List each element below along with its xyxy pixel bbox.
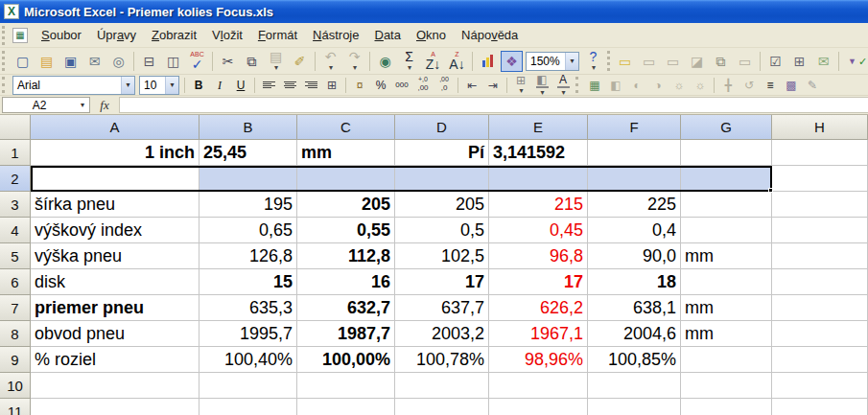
sort-ascending-button[interactable]: AZ↓ [422, 51, 444, 72]
cell-G2[interactable] [681, 166, 772, 192]
delete-comment-button[interactable]: ▭ [734, 51, 756, 72]
column-header-B[interactable]: B [199, 115, 297, 140]
line-style-button[interactable]: ≡ [761, 77, 780, 94]
next-comment-button[interactable]: ▭ [662, 51, 684, 72]
cell-A4[interactable]: výškový index [31, 218, 199, 243]
cell-A11[interactable] [31, 399, 199, 415]
align-center-button[interactable] [280, 77, 299, 94]
cell-A5[interactable]: výška pneu [31, 243, 199, 269]
toolbar-grip-handle[interactable] [607, 51, 610, 72]
insert-picture-button[interactable]: ▦ [585, 77, 604, 94]
cell-B5[interactable]: 126,8 [199, 243, 297, 269]
merge-and-center-button[interactable]: ⊞ [322, 77, 341, 94]
cell-B6[interactable]: 15 [199, 269, 297, 295]
insert-hyperlink-button[interactable]: ◉ [374, 51, 396, 72]
row-header-9[interactable]: 9 [0, 347, 31, 373]
cell-F3[interactable]: 225 [588, 192, 681, 218]
decrease-indent-button[interactable]: ⇤ [462, 77, 481, 94]
cell-F9[interactable]: 100,85% [588, 347, 681, 373]
help-button[interactable]: ?▾ [582, 51, 604, 72]
formatting-toolbar-grip-handle[interactable] [2, 77, 8, 93]
cell-G6[interactable] [681, 269, 772, 295]
font-size-combo[interactable]: 10▾ [139, 76, 179, 95]
cell-D2[interactable] [395, 166, 489, 192]
menu-item-nastroje[interactable]: Nástroje [305, 24, 366, 46]
column-header-E[interactable]: E [489, 115, 588, 140]
row-header-11[interactable]: 11 [0, 399, 31, 415]
spelling-button[interactable]: ABC✓ [186, 51, 208, 72]
cell-B4[interactable]: 0,65 [199, 218, 297, 243]
paste-button[interactable]: ▤▾ [265, 51, 287, 72]
menu-item-data[interactable]: Data [367, 24, 409, 46]
cell-F1[interactable] [588, 140, 681, 166]
cell-B2[interactable] [199, 166, 297, 192]
cell-B1[interactable]: 25,45 [199, 140, 297, 166]
column-header-D[interactable]: D [395, 115, 489, 140]
cell-E9[interactable]: 98,96% [489, 347, 588, 373]
cell-D7[interactable]: 637,7 [395, 295, 489, 321]
autosum-button[interactable]: Σ▾ [398, 51, 420, 72]
select-all-corner[interactable] [0, 115, 31, 140]
zoom-combo-dropdown-icon[interactable]: ▾ [565, 53, 578, 70]
menu-item-upravy[interactable]: Úpravy [89, 24, 144, 46]
format-painter-button[interactable]: ✐ [289, 51, 311, 72]
menu-item-format[interactable]: Formát [250, 24, 305, 46]
underline-button[interactable]: U [231, 77, 250, 94]
row-header-6[interactable]: 6 [0, 269, 31, 295]
drawing-button[interactable]: ❖ [501, 51, 523, 72]
update-file-button[interactable]: ☑ [764, 51, 786, 72]
cell-D3[interactable]: 205 [395, 192, 489, 218]
cell-C7[interactable]: 632,7 [297, 295, 395, 321]
cell-D10[interactable] [395, 373, 489, 399]
cell-H8[interactable] [772, 321, 868, 347]
cell-E7[interactable]: 626,2 [489, 295, 588, 321]
cell-E8[interactable]: 1967,1 [489, 321, 588, 347]
cell-G3[interactable] [681, 192, 772, 218]
font-combo-dropdown-icon[interactable]: ▾ [121, 77, 134, 94]
cell-B8[interactable]: 1995,7 [199, 321, 297, 347]
save-button[interactable]: ▣ [59, 51, 82, 72]
rotate-left-button[interactable]: ↺ [739, 77, 759, 94]
row-header-4[interactable]: 4 [0, 218, 31, 243]
undo-button-dropdown-icon[interactable]: ▾ [329, 63, 333, 72]
compress-pictures-button[interactable]: ▩ [782, 77, 801, 94]
row-header-3[interactable]: 3 [0, 192, 31, 218]
cell-G11[interactable] [681, 399, 772, 415]
cell-D4[interactable]: 0,5 [395, 218, 489, 243]
cell-B11[interactable] [199, 399, 297, 415]
cell-G4[interactable] [681, 218, 772, 243]
autosum-button-dropdown-icon[interactable]: ▾ [408, 63, 411, 72]
font-color-button[interactable]: A▾ [553, 77, 573, 94]
cell-D9[interactable]: 100,78% [395, 347, 489, 373]
increase-indent-button[interactable]: ⇥ [483, 77, 503, 94]
reply-with-changes-button[interactable]: ▼✓Odp [843, 51, 868, 72]
menu-item-napoveda[interactable]: Nápověda [454, 24, 526, 46]
fill-color-button-dropdown-icon[interactable]: ▾ [540, 88, 544, 96]
redo-button[interactable]: ↷▾ [343, 51, 365, 72]
percent-style-button[interactable]: % [371, 77, 390, 94]
cell-D1[interactable]: Pí [395, 140, 489, 166]
cell-H1[interactable] [772, 140, 868, 166]
cell-E5[interactable]: 96,8 [489, 243, 588, 269]
undo-button[interactable]: ↶▾ [319, 51, 341, 72]
zoom-combo[interactable]: 150%▾ [526, 52, 579, 71]
cell-D6[interactable]: 17 [395, 269, 489, 295]
sort-descending-button[interactable]: ZA↓ [446, 51, 468, 72]
cell-E10[interactable] [489, 373, 588, 399]
cell-C4[interactable]: 0,55 [297, 218, 395, 243]
new-document-button[interactable]: ▢ [12, 51, 34, 72]
send-to-mail-recipient-button[interactable]: ✉ [812, 51, 834, 72]
open-button[interactable]: ▤ [35, 51, 58, 72]
cell-H10[interactable] [772, 373, 868, 399]
cell-D5[interactable]: 102,5 [395, 243, 489, 269]
font-color-button-dropdown-icon[interactable]: ▾ [561, 88, 565, 96]
column-header-F[interactable]: F [588, 115, 681, 140]
menu-item-zobrazit[interactable]: Zobrazit [144, 24, 204, 46]
create-outlook-task-button[interactable]: ⊞ [788, 51, 810, 72]
cell-E1[interactable]: 3,141592 [489, 140, 588, 166]
cell-D11[interactable] [395, 399, 489, 415]
cell-A6[interactable]: disk [31, 269, 199, 295]
name-box-dropdown-icon[interactable]: ▾ [76, 101, 89, 109]
cell-G1[interactable] [681, 140, 772, 166]
comma-style-button[interactable]: 000 [392, 77, 411, 94]
